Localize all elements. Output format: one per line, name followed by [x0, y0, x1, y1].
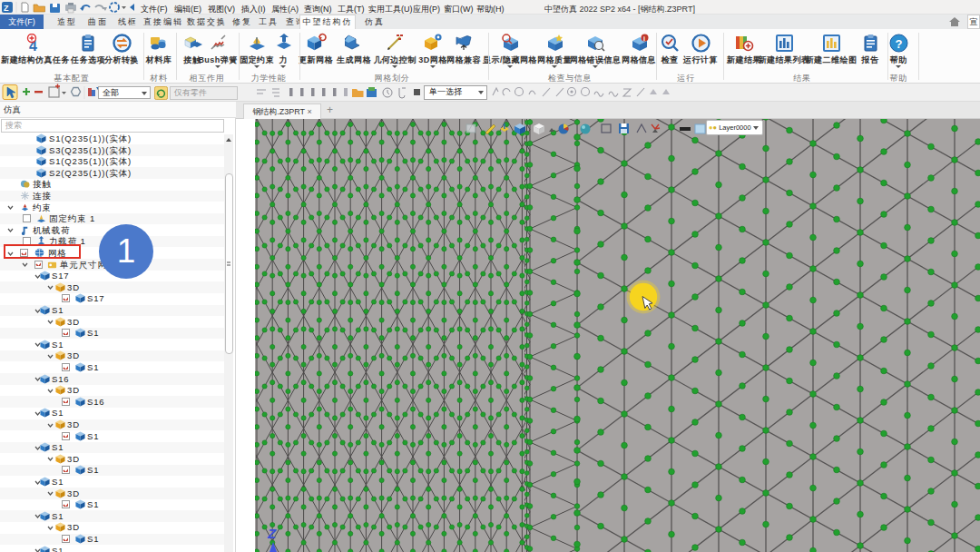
- svg-text:Z: Z: [267, 526, 277, 541]
- svg-text:?: ?: [896, 37, 903, 51]
- svg-text:i: i: [643, 35, 645, 42]
- svg-text:Z: Z: [4, 4, 9, 13]
